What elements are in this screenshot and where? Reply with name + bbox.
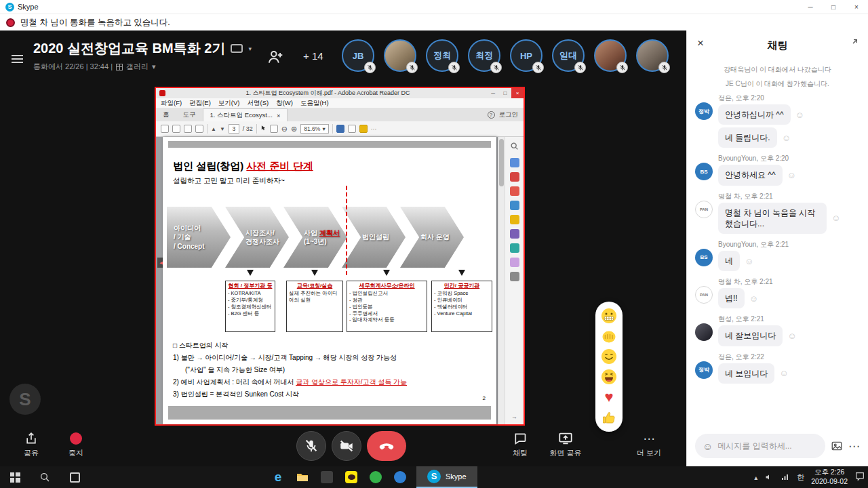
taskbar-kakaotalk-button[interactable] — [339, 466, 363, 488]
taskbar-edge-button[interactable]: e — [266, 466, 290, 488]
acrobat-titlebar[interactable]: 1. 스타트업 Ecosystem 이해.pdf - Adobe Acrobat… — [156, 88, 524, 98]
heart-emoji[interactable]: ♥ — [601, 389, 617, 405]
maximize-button[interactable]: □ — [822, 0, 845, 14]
page-up-icon[interactable]: ▲ — [211, 126, 216, 132]
export-pdf-icon[interactable] — [510, 158, 519, 167]
stamp-icon[interactable] — [510, 243, 519, 253]
zoom-out-icon[interactable]: ⊖ — [281, 125, 288, 133]
grimace-emoji[interactable] — [601, 308, 617, 324]
chat-avatar[interactable]: PAN — [695, 201, 713, 218]
tray-expand-icon[interactable]: ▴ — [754, 474, 757, 481]
chat-message-input[interactable] — [717, 441, 818, 451]
menu-help[interactable]: 도움말(H) — [300, 99, 329, 108]
menu-view[interactable]: 보기(V) — [218, 99, 240, 108]
help-icon[interactable]: ? — [488, 111, 495, 119]
minimize-button[interactable]: ─ — [799, 0, 822, 14]
chat-avatar[interactable]: PAN — [695, 286, 713, 304]
combine-files-icon[interactable] — [510, 201, 519, 210]
chat-avatar[interactable]: 정박 — [695, 102, 713, 120]
pdf-scrollbar[interactable] — [498, 137, 505, 424]
login-button[interactable]: 로그인 — [499, 110, 519, 119]
chat-message-list[interactable]: 강태욱님이 이 대화에서 나갔습니다 JE C님이 이 대화에 참가했습니다. … — [687, 60, 868, 431]
search-icon[interactable] — [195, 125, 203, 133]
save-icon[interactable] — [161, 125, 169, 133]
participant-avatar[interactable]: 최정 — [468, 39, 500, 72]
language-indicator[interactable]: 한 — [797, 472, 804, 483]
react-smiley-icon[interactable]: ☺ — [831, 213, 840, 223]
message-options-icon[interactable]: ⋯ — [848, 441, 860, 452]
menu-file[interactable]: 파일(F) — [161, 99, 182, 108]
add-participant-icon[interactable] — [267, 48, 284, 68]
gallery-grid-icon[interactable] — [116, 64, 123, 70]
tab-close-icon[interactable]: × — [277, 112, 281, 119]
create-pdf-icon[interactable] — [510, 172, 519, 182]
print-icon[interactable] — [172, 125, 180, 133]
participant-avatar[interactable]: 정최 — [426, 39, 458, 72]
participant-avatar[interactable]: HP — [510, 39, 542, 72]
mail-icon[interactable] — [184, 125, 192, 133]
taskbar-app-button[interactable] — [315, 466, 339, 488]
tab-document[interactable]: 1. 스타트업 Ecosyst... × — [203, 108, 288, 121]
menu-window[interactable]: 창(W) — [276, 99, 293, 108]
overflow-participants-count[interactable]: + 14 — [303, 50, 323, 62]
participant-avatar[interactable] — [594, 39, 627, 72]
taskbar-app2-button[interactable] — [388, 466, 412, 488]
page-view-icon[interactable] — [348, 125, 356, 133]
attach-image-icon[interactable] — [831, 440, 843, 452]
participant-avatar[interactable]: 일대 — [552, 39, 585, 72]
chat-toggle-button[interactable]: 채팅 — [502, 431, 538, 458]
chat-avatar[interactable]: BS — [695, 249, 713, 266]
taskbar-clock[interactable]: 오후 2:26 2020-09-02 — [811, 468, 848, 486]
page-fit-icon[interactable] — [336, 125, 344, 133]
chat-avatar[interactable]: 정박 — [695, 361, 713, 379]
zoom-level-select[interactable]: 81.6% ▾ — [300, 124, 328, 134]
collapse-panel-icon[interactable]: → — [511, 413, 517, 420]
comment-icon[interactable] — [359, 125, 368, 133]
hangup-button[interactable] — [367, 431, 406, 461]
react-smiley-icon[interactable]: ☺ — [779, 368, 788, 378]
react-smiley-icon[interactable]: ☺ — [795, 110, 804, 120]
participant-avatar[interactable] — [636, 39, 669, 72]
hamburger-menu-icon[interactable] — [12, 53, 23, 65]
share-button[interactable]: 공유 — [15, 431, 47, 458]
hand-tool-icon[interactable] — [270, 125, 278, 133]
close-chat-icon[interactable]: × — [697, 37, 704, 50]
react-smiley-icon[interactable]: ☺ — [745, 256, 753, 266]
zoom-tool-icon[interactable] — [510, 141, 519, 153]
fill-sign-icon[interactable] — [510, 229, 519, 239]
menu-sign[interactable]: 서명(S) — [247, 99, 269, 108]
stop-recording-button[interactable]: 중지 — [61, 431, 91, 458]
react-smiley-icon[interactable]: ☺ — [787, 170, 796, 180]
react-smiley-icon[interactable]: ☺ — [787, 331, 796, 341]
react-smiley-icon[interactable]: ☺ — [782, 133, 791, 143]
task-view-button[interactable] — [60, 466, 90, 488]
gallery-label[interactable]: 갤러리 — [126, 62, 149, 72]
more-tools-sidebar-icon[interactable] — [510, 272, 519, 281]
action-center-icon[interactable] — [854, 471, 865, 483]
comment-tool-icon[interactable] — [510, 215, 519, 224]
participant-avatar[interactable]: JB — [342, 39, 374, 72]
thumbsup-emoji[interactable] — [601, 409, 617, 426]
message-input-pill[interactable]: ☺ — [695, 434, 825, 458]
page-down-icon[interactable]: ▼ — [220, 126, 225, 132]
chat-avatar[interactable] — [695, 323, 713, 341]
more-tools-icon[interactable]: ⋯ — [371, 126, 376, 132]
acrobat-close-button[interactable]: × — [511, 88, 524, 98]
popout-chat-icon[interactable] — [848, 38, 859, 52]
edit-pdf-icon[interactable] — [510, 186, 519, 196]
page-number-input[interactable]: 3 — [229, 124, 239, 134]
close-button[interactable]: × — [845, 0, 868, 14]
tab-home[interactable]: 홈 — [156, 108, 176, 121]
taskbar-band-button[interactable] — [363, 466, 388, 488]
participant-avatar[interactable] — [384, 39, 416, 72]
chevron-down-icon[interactable]: ▾ — [152, 62, 156, 71]
scrollbar-thumb[interactable] — [499, 139, 504, 186]
taskbar-explorer-button[interactable] — [290, 466, 315, 488]
screen-share-button[interactable]: 화면 공유 — [542, 431, 589, 458]
select-tool-icon[interactable] — [260, 125, 267, 133]
view-switch-icon[interactable] — [231, 44, 243, 53]
fist-emoji[interactable] — [601, 328, 617, 344]
volume-icon[interactable] — [764, 473, 774, 481]
zoom-in-icon[interactable]: ⊕ — [291, 125, 297, 133]
start-button[interactable] — [0, 466, 30, 488]
